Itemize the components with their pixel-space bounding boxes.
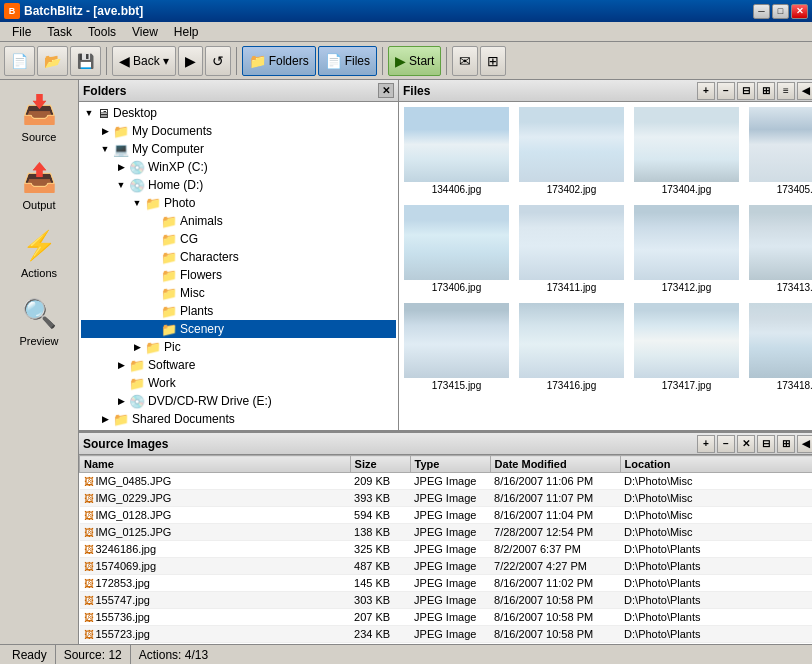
table-row[interactable]: 🖼IMG_0125.JPG 138 KB JPEG Image 7/28/200… xyxy=(80,524,813,541)
menu-file[interactable]: File xyxy=(4,23,39,41)
tree-item-flowers[interactable]: 📁 Flowers xyxy=(81,266,396,284)
file-thumb-173418[interactable]: 173418.jpg xyxy=(744,298,812,396)
table-row[interactable]: 🖼155736.jpg 207 KB JPEG Image 8/16/2007 … xyxy=(80,609,813,626)
col-location[interactable]: Location xyxy=(620,456,812,473)
menu-tools[interactable]: Tools xyxy=(80,23,124,41)
start-button[interactable]: ▶ Start xyxy=(388,46,441,76)
file-thumb-173405[interactable]: 173405.jpg xyxy=(744,102,812,200)
tree-item-characters[interactable]: 📁 Characters xyxy=(81,248,396,266)
tree-item-mycomputer[interactable]: ▼ 💻 My Computer xyxy=(81,140,396,158)
files-remove-button[interactable]: − xyxy=(717,82,735,100)
refresh-button[interactable]: ↺ xyxy=(205,46,231,76)
menu-help[interactable]: Help xyxy=(166,23,207,41)
file-thumb-173412[interactable]: 173412.jpg xyxy=(629,200,744,298)
source-prev-button[interactable]: ◀ xyxy=(797,435,812,453)
menu-view[interactable]: View xyxy=(124,23,166,41)
files-view1-button[interactable]: ⊟ xyxy=(737,82,755,100)
files-view2-button[interactable]: ⊞ xyxy=(757,82,775,100)
file-thumb-173411[interactable]: 173411.jpg xyxy=(514,200,629,298)
table-row[interactable]: 🖼155723.jpg 234 KB JPEG Image 8/16/2007 … xyxy=(80,626,813,643)
col-size[interactable]: Size xyxy=(350,456,410,473)
tree-item-cg[interactable]: 📁 CG xyxy=(81,230,396,248)
close-button[interactable]: ✕ xyxy=(791,4,808,19)
tree-item-software[interactable]: ▶ 📁 Software xyxy=(81,356,396,374)
tree-item-plants[interactable]: 📁 Plants xyxy=(81,302,396,320)
files-view3-button[interactable]: ≡ xyxy=(777,82,795,100)
tree-item-shareddocs[interactable]: ▶ 📁 Shared Documents xyxy=(81,410,396,428)
source-clear-button[interactable]: ✕ xyxy=(737,435,755,453)
cell-name: 🖼155723.jpg xyxy=(80,626,351,643)
tree-item-work[interactable]: 📁 Work xyxy=(81,374,396,392)
tree-label-winxp: WinXP (C:) xyxy=(148,160,208,174)
save-button[interactable]: 💾 xyxy=(70,46,101,76)
tree-item-scenery[interactable]: 📁 Scenery xyxy=(81,320,396,338)
mydocs-icon: 📁 xyxy=(113,124,129,139)
files-add-button[interactable]: + xyxy=(697,82,715,100)
winxp-icon: 💿 xyxy=(129,160,145,175)
email-button[interactable]: ✉ xyxy=(452,46,478,76)
sidebar-preview-label: Preview xyxy=(19,335,58,347)
col-type[interactable]: Type xyxy=(410,456,490,473)
folders-close-button[interactable]: ✕ xyxy=(378,83,394,98)
back-button[interactable]: ◀ Back ▾ xyxy=(112,46,176,76)
minimize-button[interactable]: ─ xyxy=(753,4,770,19)
tree-label-cg: CG xyxy=(180,232,198,246)
table-row[interactable]: 🖼IMG_0128.JPG 594 KB JPEG Image 8/16/200… xyxy=(80,507,813,524)
tree-item-pic[interactable]: ▶ 📁 Pic xyxy=(81,338,396,356)
tree-item-desktop[interactable]: ▼ 🖥 Desktop xyxy=(81,104,396,122)
files-prev-button[interactable]: ◀ xyxy=(797,82,812,100)
table-row[interactable]: 🖼3246186.jpg 325 KB JPEG Image 8/2/2007 … xyxy=(80,541,813,558)
table-row[interactable]: 🖼IMG_0229.JPG 393 KB JPEG Image 8/16/200… xyxy=(80,490,813,507)
tree-item-misc[interactable]: 📁 Misc xyxy=(81,284,396,302)
expand-icon-software: ▶ xyxy=(113,360,129,370)
source-remove-button[interactable]: − xyxy=(717,435,735,453)
files-button[interactable]: 📄 Files xyxy=(318,46,377,76)
expand-icon-shareddocs: ▶ xyxy=(97,414,113,424)
sidebar-item-output[interactable]: 📤 Output xyxy=(0,152,78,216)
maximize-button[interactable]: □ xyxy=(772,4,789,19)
file-thumb-134406[interactable]: 134406.jpg xyxy=(399,102,514,200)
status-bar: Ready Source: 12 Actions: 4/13 xyxy=(0,644,812,664)
sidebar-item-actions[interactable]: ⚡ Actions xyxy=(0,220,78,284)
source-view1-button[interactable]: ⊟ xyxy=(757,435,775,453)
forward-button[interactable]: ▶ xyxy=(178,46,203,76)
sidebar-item-source[interactable]: 📥 Source xyxy=(0,84,78,148)
folder-tree[interactable]: ▼ 🖥 Desktop ▶ 📁 My Documents ▼ xyxy=(79,102,398,430)
title-bar: B BatchBlitz - [ave.bbt] ─ □ ✕ xyxy=(0,0,812,22)
file-thumb-173413[interactable]: 173413.jpg xyxy=(744,200,812,298)
file-thumb-173406[interactable]: 173406.jpg xyxy=(399,200,514,298)
sep2 xyxy=(236,47,237,75)
open-button[interactable]: 📂 xyxy=(37,46,68,76)
source-add-button[interactable]: + xyxy=(697,435,715,453)
menu-task[interactable]: Task xyxy=(39,23,80,41)
file-thumb-173417[interactable]: 173417.jpg xyxy=(629,298,744,396)
cell-size: 234 KB xyxy=(350,626,410,643)
tree-item-dvd[interactable]: ▶ 💿 DVD/CD-RW Drive (E:) xyxy=(81,392,396,410)
thumb-label-173411: 173411.jpg xyxy=(547,282,597,293)
grid-button[interactable]: ⊞ xyxy=(480,46,506,76)
tree-item-winxp[interactable]: ▶ 💿 WinXP (C:) xyxy=(81,158,396,176)
tree-item-animals[interactable]: 📁 Animals xyxy=(81,212,396,230)
new-button[interactable]: 📄 xyxy=(4,46,35,76)
file-thumb-173416[interactable]: 173416.jpg xyxy=(514,298,629,396)
folders-button[interactable]: 📁 Folders xyxy=(242,46,316,76)
col-date[interactable]: Date Modified xyxy=(490,456,620,473)
file-thumb-173402[interactable]: 173402.jpg xyxy=(514,102,629,200)
photo-icon: 📁 xyxy=(145,196,161,211)
plants-icon: 📁 xyxy=(161,304,177,319)
table-row[interactable]: 🖼172853.jpg 145 KB JPEG Image 8/16/2007 … xyxy=(80,575,813,592)
tree-item-photo[interactable]: ▼ 📁 Photo xyxy=(81,194,396,212)
source-view2-button[interactable]: ⊞ xyxy=(777,435,795,453)
table-row[interactable]: 🖼IMG_0485.JPG 209 KB JPEG Image 8/16/200… xyxy=(80,473,813,490)
tree-item-mydocs[interactable]: ▶ 📁 My Documents xyxy=(81,122,396,140)
file-thumb-173404[interactable]: 173404.jpg xyxy=(629,102,744,200)
sidebar: 📥 Source 📤 Output ⚡ Actions 🔍 Preview xyxy=(0,80,79,644)
col-name[interactable]: Name xyxy=(80,456,351,473)
sidebar-item-preview[interactable]: 🔍 Preview xyxy=(0,288,78,352)
table-row[interactable]: 🖼155747.jpg 303 KB JPEG Image 8/16/2007 … xyxy=(80,592,813,609)
table-row[interactable]: 🖼1574069.jpg 487 KB JPEG Image 7/22/2007… xyxy=(80,558,813,575)
thumb-label-173415: 173415.jpg xyxy=(432,380,482,391)
tree-item-home[interactable]: ▼ 💿 Home (D:) xyxy=(81,176,396,194)
cell-name: 🖼IMG_0485.JPG xyxy=(80,473,351,490)
file-thumb-173415[interactable]: 173415.jpg xyxy=(399,298,514,396)
